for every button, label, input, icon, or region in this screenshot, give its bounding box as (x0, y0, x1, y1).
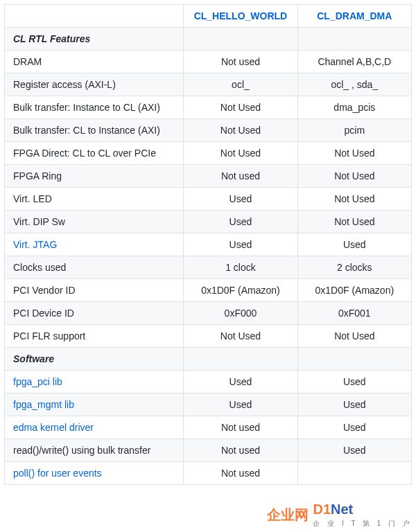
cell-value: Used (297, 393, 411, 416)
cell-value: Not used (184, 51, 297, 73)
cell-value: ocl_ (184, 73, 297, 96)
row-label: FPGA Ring (5, 165, 184, 188)
cell-value: Used (297, 439, 411, 462)
cell-value: Used (184, 371, 297, 393)
cell-value: Channel A,B,C,D (297, 51, 411, 73)
section-rtl-features: CL RTL Features (5, 28, 184, 51)
cell-value: Not Used (184, 119, 297, 142)
cell-value: Not used (184, 462, 297, 485)
row-fpga-pci-lib[interactable]: fpga_pci lib (5, 371, 184, 393)
cell-value: ocl_ , sda_ (297, 73, 411, 96)
row-label: DRAM (5, 51, 184, 73)
header-dram-dma[interactable]: CL_DRAM_DMA (297, 5, 411, 28)
row-label: Virt. DIP Sw (5, 211, 184, 233)
header-empty (5, 5, 184, 28)
cell-value: Used (297, 233, 411, 256)
cell-value: 0xF001 (297, 302, 411, 325)
row-label: PCI FLR support (5, 325, 184, 348)
empty-cell (184, 348, 297, 371)
cell-value: Used (297, 416, 411, 439)
row-label: PCI Vendor ID (5, 279, 184, 302)
cell-value: Not Used (184, 325, 297, 348)
empty-cell (297, 348, 411, 371)
cell-value: 1 clock (184, 256, 297, 279)
empty-cell (184, 28, 297, 51)
cell-value: Used (184, 393, 297, 416)
cell-value (297, 462, 411, 485)
row-label: Virt. LED (5, 188, 184, 211)
empty-cell (297, 28, 411, 51)
row-label: Bulk transfer: CL to Instance (AXI) (5, 119, 184, 142)
cell-value: Not Used (297, 188, 411, 211)
row-label: Bulk transfer: Instance to CL (AXI) (5, 96, 184, 119)
row-label: Register access (AXI-L) (5, 73, 184, 96)
row-label: Clocks used (5, 256, 184, 279)
cell-value: Not used (184, 416, 297, 439)
header-hello-world[interactable]: CL_HELLO_WORLD (184, 5, 297, 28)
feature-comparison-table: CL_HELLO_WORLD CL_DRAM_DMA CL RTL Featur… (4, 4, 412, 485)
cell-value: 0x1D0F (Amazon) (297, 279, 411, 302)
row-label: FPGA Direct: CL to CL over PCIe (5, 142, 184, 165)
cell-value: pcim (297, 119, 411, 142)
cell-value: 0xF000 (184, 302, 297, 325)
row-edma-driver[interactable]: edma kernel driver (5, 416, 184, 439)
cell-value: Not Used (297, 165, 411, 188)
row-poll[interactable]: poll() for user events (5, 462, 184, 485)
cell-value: Not used (184, 165, 297, 188)
row-label: read()/write() using bulk transfer (5, 439, 184, 462)
cell-value: Not Used (297, 211, 411, 233)
row-label: PCI Device ID (5, 302, 184, 325)
cell-value: 0x1D0F (Amazon) (184, 279, 297, 302)
cell-value: Not Used (184, 142, 297, 165)
cell-value: dma_pcis (297, 96, 411, 119)
cell-value: Not Used (184, 96, 297, 119)
cell-value: Used (184, 188, 297, 211)
row-virt-jtag[interactable]: Virt. JTAG (5, 233, 184, 256)
cell-value: Used (184, 233, 297, 256)
section-software: Software (5, 348, 184, 371)
cell-value: Not Used (297, 325, 411, 348)
cell-value: Not Used (297, 142, 411, 165)
row-fpga-mgmt-lib[interactable]: fpga_mgmt lib (5, 393, 184, 416)
cell-value: Used (297, 371, 411, 393)
cell-value: 2 clocks (297, 256, 411, 279)
cell-value: Not used (184, 439, 297, 462)
cell-value: Used (184, 211, 297, 233)
